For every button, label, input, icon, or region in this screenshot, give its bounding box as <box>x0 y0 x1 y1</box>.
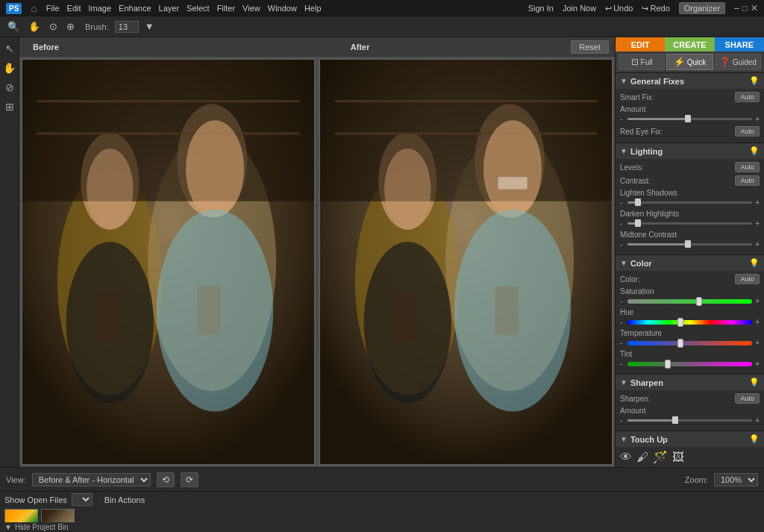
temperature-slider-row: - + <box>620 339 760 347</box>
sharp-plus: + <box>754 416 760 425</box>
sharpen-amount-slider[interactable] <box>627 419 752 422</box>
general-fixes-info-icon[interactable]: 💡 <box>749 76 760 86</box>
menu-view[interactable]: View <box>242 4 260 13</box>
minimize-button[interactable]: – <box>734 3 739 13</box>
midtone-slider[interactable] <box>627 243 752 245</box>
menu-enhance[interactable]: Enhance <box>119 4 151 13</box>
organizer-button[interactable]: Organizer <box>679 2 725 14</box>
contrast-auto-button[interactable]: Auto <box>735 175 760 186</box>
lighting-info-icon[interactable]: 💡 <box>749 146 760 156</box>
project-bin-top: Show Open Files Bin Actions <box>0 492 764 507</box>
sharpen-label: Sharpen: <box>620 395 735 403</box>
tool-select[interactable]: ⊕ <box>63 19 78 34</box>
color-info-icon[interactable]: 💡 <box>749 258 760 268</box>
section-general-fixes-header[interactable]: ▼ General Fixes 💡 <box>616 73 764 89</box>
tint-plus: + <box>754 360 760 368</box>
menu-help[interactable]: Help <box>304 4 322 13</box>
svg-rect-6 <box>22 60 314 201</box>
tab-edit[interactable]: EDIT <box>616 37 665 51</box>
tool-zoom[interactable]: 🔍 <box>4 19 22 34</box>
join-now-link[interactable]: Join Now <box>563 4 596 13</box>
section-lighting-header[interactable]: ▼ Lighting 💡 <box>616 143 764 159</box>
saturation-slider-row: - + <box>620 297 760 305</box>
touchup-info-icon[interactable]: 💡 <box>749 434 760 444</box>
tab-create[interactable]: CREATE <box>665 37 714 51</box>
tool-move[interactable]: ↖ <box>3 40 16 57</box>
temperature-slider[interactable] <box>627 341 752 345</box>
canvas-header: Before After Reset <box>19 37 615 57</box>
saturation-slider[interactable] <box>627 299 752 304</box>
smart-fix-auto-button[interactable]: Auto <box>735 92 760 102</box>
zoom-select[interactable]: 100% <box>714 473 758 486</box>
sharpen-row: Sharpen: Auto <box>620 393 760 404</box>
touchup-stamp-button[interactable]: 🪄 <box>653 450 668 464</box>
tab-full[interactable]: ⊡ Full <box>619 54 665 70</box>
show-open-files-label: Show Open Files <box>4 495 67 504</box>
maximize-button[interactable]: □ <box>742 3 748 13</box>
svg-point-12 <box>186 120 244 217</box>
menu-file[interactable]: File <box>46 4 60 13</box>
menu-bar: File Edit Image Enhance Layer Select Fil… <box>46 4 519 13</box>
amount-label: Amount <box>620 105 760 113</box>
view-select[interactable]: Before & After - Horizontal <box>32 473 151 486</box>
sharpen-auto-button[interactable]: Auto <box>735 393 760 404</box>
rotate-left-button[interactable]: ⟲ <box>157 472 175 487</box>
brush-size-dropdown[interactable]: ▼ <box>142 19 157 34</box>
before-photo-panel <box>21 58 316 466</box>
touchup-eye-button[interactable]: 👁 <box>620 451 632 464</box>
touchup-brush-button[interactable]: 🖌 <box>636 451 648 464</box>
tint-slider[interactable] <box>627 362 752 366</box>
redo-button[interactable]: ↪ Redo <box>642 4 669 13</box>
tab-guided[interactable]: ❓ Guided <box>715 54 761 70</box>
color-content: Color: Auto Saturation - + Hue - <box>616 271 764 374</box>
tool-eyedrop[interactable]: ⊘ <box>3 79 16 96</box>
lighten-plus: + <box>754 198 760 207</box>
levels-auto-button[interactable]: Auto <box>735 162 760 172</box>
tool-crop[interactable]: ⊞ <box>3 98 16 115</box>
amount-plus: + <box>754 115 760 123</box>
sign-in-link[interactable]: Sign In <box>528 4 554 13</box>
bin-files-select[interactable] <box>72 493 93 506</box>
color-auto-button[interactable]: Auto <box>735 274 760 284</box>
full-icon: ⊡ <box>631 57 639 67</box>
undo-button[interactable]: ↩ Undo <box>605 4 633 13</box>
rotate-right-button[interactable]: ⟳ <box>181 472 198 487</box>
amount-slider-track[interactable] <box>627 118 752 120</box>
darken-slider[interactable] <box>627 222 752 225</box>
sharpen-info-icon[interactable]: 💡 <box>749 378 760 387</box>
sharpen-amount-label: Amount <box>620 407 760 415</box>
after-photo-panel <box>319 58 613 466</box>
section-color-header[interactable]: ▼ Color 💡 <box>616 255 764 271</box>
menu-image[interactable]: Image <box>89 4 112 13</box>
home-icon[interactable]: ⌂ <box>31 2 37 14</box>
lighten-slider[interactable] <box>627 201 752 204</box>
tab-share[interactable]: SHARE <box>715 37 764 51</box>
tool-hand2[interactable]: ✋ <box>1 60 18 76</box>
svg-point-27 <box>483 120 542 217</box>
hide-project-bin-button[interactable]: ▼ Hide Project Bin <box>0 522 764 532</box>
brush-size-input[interactable] <box>115 21 139 33</box>
hue-slider[interactable] <box>627 320 752 325</box>
svg-rect-23 <box>335 133 598 135</box>
tab-quick[interactable]: ⚡ Quick <box>666 54 713 70</box>
section-touch-up-header[interactable]: ▼ Touch Up 💡 <box>616 431 764 447</box>
red-eye-auto-button[interactable]: Auto <box>735 126 760 137</box>
menu-select[interactable]: Select <box>187 4 210 13</box>
touchup-filter-button[interactable]: 🖼 <box>672 451 684 464</box>
menu-filter[interactable]: Filter <box>217 4 235 13</box>
tool-hand[interactable]: ✋ <box>25 19 43 34</box>
bin-actions-label[interactable]: Bin Actions <box>104 495 145 504</box>
sharpen-amount-slider-row: - + <box>620 416 760 425</box>
close-button[interactable]: ✕ <box>751 3 758 13</box>
red-eye-label: Red Eye Fix: <box>620 128 735 136</box>
thumbnail-1[interactable] <box>4 509 38 522</box>
menu-edit[interactable]: Edit <box>67 4 81 13</box>
menu-layer[interactable]: Layer <box>159 4 180 13</box>
menu-window[interactable]: Window <box>268 4 297 13</box>
tool-lasso[interactable]: ⊙ <box>46 19 60 34</box>
section-sharpen-header[interactable]: ▼ Sharpen 💡 <box>616 375 764 390</box>
svg-rect-30 <box>498 177 527 189</box>
touchup-icons-row: 👁 🖌 🪄 🖼 <box>616 447 764 467</box>
thumbnail-2[interactable] <box>41 509 75 522</box>
reset-button[interactable]: Reset <box>571 40 609 54</box>
